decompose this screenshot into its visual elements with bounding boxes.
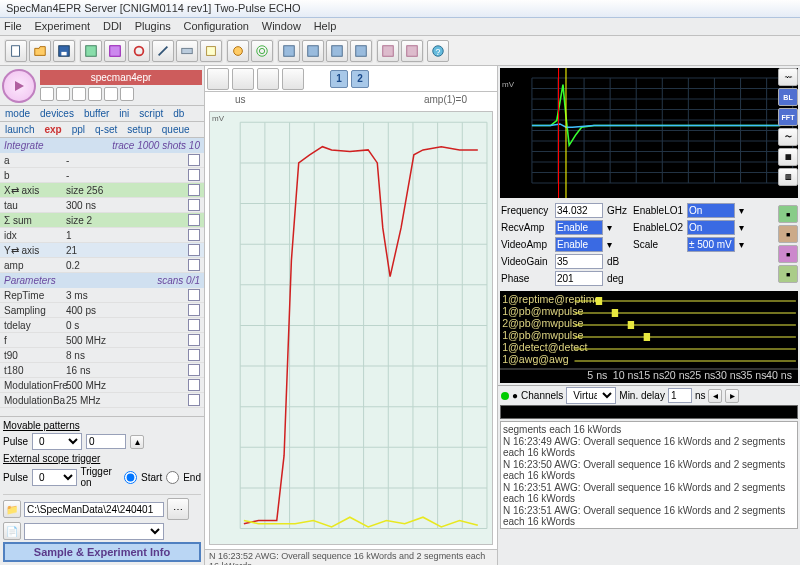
tab-ppl[interactable]: ppl [67,122,90,137]
edit-icon[interactable] [188,289,200,301]
tb-q1-icon[interactable] [377,40,399,62]
sample-experiment-info-button[interactable]: Sample & Experiment Info [3,542,201,562]
integrate-row[interactable]: a- [0,153,204,168]
integrate-row[interactable]: Y⇄ axis21 [0,243,204,258]
timing-scrollbar[interactable] [500,405,798,419]
edit-icon[interactable] [188,244,200,256]
plot-tb4-icon[interactable] [282,68,304,90]
param-row[interactable]: ModulationBa25 MHz [0,393,204,408]
param-row[interactable]: ModulationFre500 MHz [0,378,204,393]
tb-help-icon[interactable]: ? [427,40,449,62]
tb-q2-icon[interactable] [401,40,423,62]
menu-file[interactable]: File [4,20,22,32]
integrate-row[interactable]: amp0.2 [0,258,204,273]
tab-buffer[interactable]: buffer [79,106,114,121]
phase-input[interactable] [555,271,603,286]
videogain-input[interactable] [555,254,603,269]
menu-help[interactable]: Help [314,20,337,32]
plot-tb3-icon[interactable] [257,68,279,90]
param-row[interactable]: Sampling400 ps [0,303,204,318]
recvamp-input[interactable] [555,220,603,235]
tb-u6-icon[interactable] [200,40,222,62]
trigger-pulse-select[interactable]: 0 [32,469,77,486]
tb-p1-icon[interactable] [278,40,300,62]
edit-icon[interactable] [188,349,200,361]
integrate-row[interactable]: tau300 ns [0,198,204,213]
edit-icon[interactable] [188,334,200,346]
menu-configuration[interactable]: Configuration [184,20,249,32]
plot-tb1-icon[interactable] [207,68,229,90]
spin-up-icon[interactable]: ▴ [130,435,144,449]
main-plot[interactable]: mV [209,111,493,545]
edit-icon[interactable] [188,319,200,331]
rt-g1-icon[interactable]: ■ [778,205,798,223]
tb-u1-icon[interactable] [80,40,102,62]
rt-6-icon[interactable]: ▥ [778,168,798,186]
menubar[interactable]: File Experiment DDI Plugins Configuratio… [0,18,800,36]
param-row[interactable]: t18016 ns [0,363,204,378]
integrate-row[interactable]: X⇄ axissize 256 [0,183,204,198]
edit-icon[interactable] [188,229,200,241]
tab-launch[interactable]: launch [0,122,39,137]
tab-ini[interactable]: ini [114,106,134,121]
edit-icon[interactable] [188,259,200,271]
tb-gear-icon[interactable] [251,40,273,62]
tb-u2-icon[interactable] [104,40,126,62]
log-output[interactable]: segments each 16 kWordsN 16:23:49 AWG: O… [500,421,798,529]
rt-wav-icon[interactable]: 〜 [778,128,798,146]
tb-p4-icon[interactable] [350,40,372,62]
edit-icon[interactable] [188,394,200,406]
tab-db[interactable]: db [168,106,189,121]
menu-ddi[interactable]: DDI [103,20,122,32]
tb-p3-icon[interactable] [326,40,348,62]
integrate-row[interactable]: b- [0,168,204,183]
integrate-row[interactable]: Σ sumsize 2 [0,213,204,228]
run-button[interactable] [2,69,36,103]
tb-open-icon[interactable] [29,40,51,62]
tab-queue[interactable]: queue [157,122,195,137]
mindelay-input[interactable] [668,388,692,403]
pulse-spin[interactable] [86,434,126,449]
timing-nav1-icon[interactable]: ◂ [708,389,722,403]
folder-icon[interactable]: 📁 [3,500,21,518]
tabs-row2[interactable]: launchexppplq-setsetupqueue [0,122,204,138]
tb-u4-icon[interactable] [152,40,174,62]
folder2-icon[interactable]: 📄 [3,522,21,540]
elo1-input[interactable] [687,203,735,218]
channels-select[interactable]: Virtual [566,387,616,404]
tab-setup[interactable]: setup [122,122,156,137]
rt-g2-icon[interactable]: ■ [778,225,798,243]
edit-icon[interactable] [188,304,200,316]
transport-buttons[interactable] [40,87,202,101]
plot-tab-1[interactable]: 1 [330,70,348,88]
path-input[interactable] [24,502,164,517]
edit-icon[interactable] [188,214,200,226]
scope-plot[interactable]: ns mV [500,68,798,198]
videoamp-input[interactable] [555,237,603,252]
rt-1-icon[interactable]: 〰 [778,68,798,86]
browse-icon[interactable]: ⋯ [167,498,189,520]
rt-fft-icon[interactable]: FFT [778,108,798,126]
tab-devices[interactable]: devices [35,106,79,121]
rt-5-icon[interactable]: ▦ [778,148,798,166]
file-select[interactable] [24,523,164,540]
tb-new-icon[interactable] [5,40,27,62]
menu-window[interactable]: Window [262,20,301,32]
trigger-end-radio[interactable] [166,471,179,484]
edit-icon[interactable] [188,199,200,211]
param-row[interactable]: f500 MHz [0,333,204,348]
rt-bl-icon[interactable]: BL [778,88,798,106]
edit-icon[interactable] [188,184,200,196]
tab-qset[interactable]: q-set [90,122,122,137]
tb-u3-icon[interactable] [128,40,150,62]
plot-tb2-icon[interactable] [232,68,254,90]
integrate-row[interactable]: idx1 [0,228,204,243]
param-row[interactable]: RepTime3 ms [0,288,204,303]
plot-tab-2[interactable]: 2 [351,70,369,88]
elo2-input[interactable] [687,220,735,235]
rt-g4-icon[interactable]: ■ [778,265,798,283]
timing-nav2-icon[interactable]: ▸ [725,389,739,403]
timing-diagram[interactable]: 1@reptime@reptime1@pb@mwpulse2@pb@mwpuls… [500,291,798,383]
edit-icon[interactable] [188,379,200,391]
tb-ref-icon[interactable] [227,40,249,62]
